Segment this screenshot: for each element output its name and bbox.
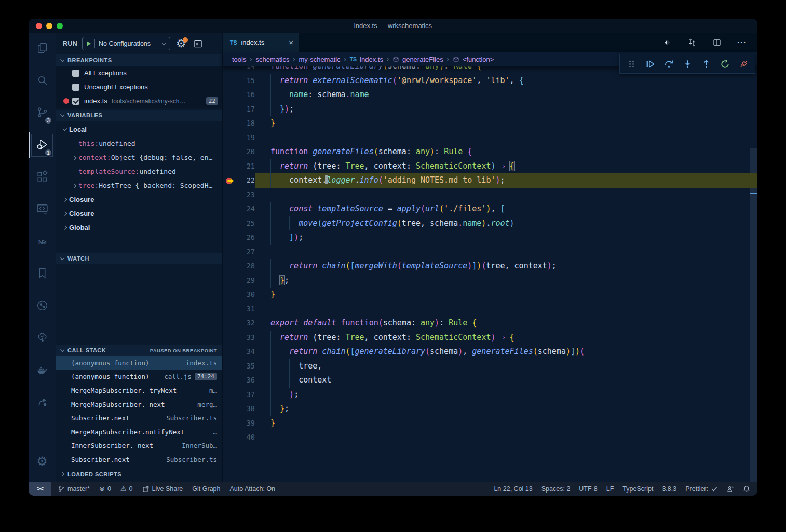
breakpoint-checkbox[interactable] bbox=[72, 70, 79, 77]
breakpoint-checkbox[interactable] bbox=[72, 98, 79, 105]
section-header-watch[interactable]: WATCH bbox=[56, 253, 222, 264]
breadcrumb-item[interactable]: generateFiles bbox=[392, 56, 443, 63]
code-line-19[interactable]: 19 bbox=[223, 131, 757, 145]
gutter[interactable]: 21 bbox=[223, 159, 270, 174]
variable-row[interactable]: Closure bbox=[56, 207, 222, 221]
gutter[interactable]: 15 bbox=[223, 74, 270, 88]
gutter[interactable]: 28 bbox=[223, 259, 270, 274]
gutter[interactable]: 40 bbox=[223, 430, 270, 445]
code-line-17[interactable]: 17}); bbox=[223, 102, 757, 117]
activity-bar-item-nx-console[interactable]: N≥ bbox=[29, 226, 56, 258]
notifications[interactable] bbox=[743, 485, 750, 493]
code-line-24[interactable]: 24const templateSource = apply(url('./fi… bbox=[223, 202, 757, 216]
start-debugging-icon[interactable] bbox=[87, 41, 91, 46]
split-editor-icon[interactable] bbox=[711, 36, 723, 49]
code-line-37[interactable]: 37); bbox=[223, 388, 757, 402]
breakpoint-row[interactable]: All Exceptions bbox=[56, 66, 222, 80]
code-line-30[interactable]: 30} bbox=[223, 288, 757, 302]
eol[interactable]: LF bbox=[606, 485, 614, 493]
breakpoint-row[interactable]: index.tstools/schematics/my-sch…22 bbox=[56, 94, 222, 108]
activity-bar-item-test-explorer[interactable] bbox=[29, 322, 56, 354]
error-count[interactable]: ⊗0 bbox=[99, 485, 111, 493]
live-share[interactable]: Live Share bbox=[142, 485, 183, 493]
variable-row[interactable]: context: Object {debug: false, en… bbox=[56, 151, 222, 165]
gutter[interactable]: 18 bbox=[223, 116, 270, 131]
code-line-29[interactable]: 29}; bbox=[223, 274, 757, 288]
code-line-39[interactable]: 39} bbox=[223, 416, 757, 431]
editor-scrollbar[interactable] bbox=[750, 66, 757, 482]
section-header-variables[interactable]: VARIABLES bbox=[56, 110, 222, 121]
open-changes-icon[interactable] bbox=[661, 36, 673, 49]
code-line-33[interactable]: 33return (tree: Tree, context: Schematic… bbox=[223, 331, 757, 345]
indentation[interactable]: Spaces: 2 bbox=[541, 485, 571, 493]
call-stack-frame[interactable]: MergeMapSubscriber._nextmerg… bbox=[56, 398, 222, 412]
gutter[interactable]: 30 bbox=[223, 288, 270, 302]
more-actions-icon[interactable]: ··· bbox=[736, 36, 748, 49]
git-branch-status[interactable]: master* bbox=[58, 485, 90, 493]
tab-index-ts[interactable]: TS index.ts × bbox=[223, 33, 299, 52]
gutter[interactable]: 16 bbox=[223, 88, 270, 102]
activity-bar-item-docker[interactable] bbox=[29, 354, 56, 387]
code-line-16[interactable]: 16name: schema.name bbox=[223, 88, 757, 102]
variable-row[interactable]: this: undefined bbox=[56, 137, 222, 151]
variable-row[interactable]: Closure bbox=[56, 193, 222, 207]
code-line-20[interactable]: 20function generateFiles(schema: any): R… bbox=[223, 145, 757, 159]
variable-row[interactable]: Local bbox=[56, 122, 222, 137]
activity-bar-item-source-control[interactable]: 3 bbox=[29, 97, 56, 129]
compare-changes-icon[interactable] bbox=[686, 36, 698, 49]
section-header-call-stack[interactable]: CALL STACK PAUSED ON BREAKPOINT bbox=[56, 345, 222, 356]
code-line-28[interactable]: 28return chain([mergeWith(templateSource… bbox=[223, 259, 757, 274]
gutter[interactable]: 33 bbox=[223, 331, 270, 345]
warning-count[interactable]: ⚠0 bbox=[120, 485, 133, 493]
activity-bar-item-bookmarks[interactable] bbox=[29, 258, 56, 290]
current-breakpoint-arrow-icon[interactable] bbox=[226, 176, 234, 185]
breadcrumb-item[interactable]: schematics bbox=[255, 56, 289, 63]
git-graph[interactable]: Git Graph bbox=[192, 485, 220, 493]
launch-configuration-dropdown[interactable]: No Configurations bbox=[82, 37, 170, 50]
code-line-38[interactable]: 38}; bbox=[223, 402, 757, 416]
code-line-26[interactable]: 26]); bbox=[223, 230, 757, 245]
gutter[interactable]: 31 bbox=[223, 302, 270, 317]
code-line-18[interactable]: 18} bbox=[223, 116, 757, 131]
minimize-window-button[interactable] bbox=[46, 23, 52, 29]
gutter[interactable]: 37 bbox=[223, 388, 270, 402]
gutter[interactable]: 36 bbox=[223, 373, 270, 388]
activity-bar-item-settings-gear[interactable]: ⚙ bbox=[29, 445, 56, 478]
gutter[interactable]: 38 bbox=[223, 402, 270, 416]
code-editor[interactable]: 14function generateLibrary(schema: any):… bbox=[223, 66, 757, 482]
variable-row[interactable]: templateSource: undefined bbox=[56, 165, 222, 179]
gutter[interactable]: 29 bbox=[223, 274, 270, 288]
activity-bar-item-remote-explorer[interactable] bbox=[29, 194, 56, 226]
activity-bar-item-search[interactable] bbox=[29, 65, 56, 97]
step-into-icon[interactable] bbox=[679, 56, 696, 72]
close-tab-icon[interactable]: × bbox=[289, 38, 293, 47]
code-line-36[interactable]: 36context bbox=[223, 373, 757, 388]
remote-indicator[interactable]: >< bbox=[29, 482, 51, 496]
breadcrumb-item[interactable]: <function> bbox=[453, 56, 494, 63]
code-line-32[interactable]: 32export default function(schema: any): … bbox=[223, 316, 757, 331]
restart-icon[interactable] bbox=[716, 56, 733, 72]
code-line-27[interactable]: 27 bbox=[223, 245, 757, 260]
section-header-breakpoints[interactable]: BREAKPOINTS bbox=[56, 54, 222, 66]
breadcrumb-item[interactable]: tools bbox=[232, 56, 246, 63]
breakpoint-checkbox[interactable] bbox=[72, 84, 79, 91]
call-stack-frame[interactable]: (anonymous function)index.ts bbox=[56, 356, 222, 370]
variable-row[interactable]: tree: HostTree {_backend: ScopedH… bbox=[56, 179, 222, 193]
call-stack-frame[interactable]: MergeMapSubscriber._tryNextm… bbox=[56, 384, 222, 398]
call-stack-frame[interactable]: Subscriber.nextSubscriber.ts bbox=[56, 453, 222, 467]
code-line-31[interactable]: 31 bbox=[223, 302, 757, 317]
code-line-15[interactable]: 15return externalSchematic('@nrwl/worksp… bbox=[223, 74, 757, 88]
breadcrumb-item[interactable]: my-schematic bbox=[299, 56, 341, 63]
gutter[interactable]: 27 bbox=[223, 245, 270, 260]
activity-bar-item-files[interactable] bbox=[29, 33, 56, 65]
code-line-34[interactable]: 34return chain([generateLibrary(schema),… bbox=[223, 345, 757, 359]
code-line-40[interactable]: 40 bbox=[223, 430, 757, 445]
gutter[interactable]: 32 bbox=[223, 316, 270, 331]
step-out-icon[interactable] bbox=[698, 56, 714, 72]
breakpoint-row[interactable]: Uncaught Exceptions bbox=[56, 80, 222, 94]
gutter[interactable]: 26 bbox=[223, 230, 270, 245]
gutter[interactable]: 17 bbox=[223, 102, 270, 117]
encoding[interactable]: UTF-8 bbox=[579, 485, 597, 493]
step-over-icon[interactable] bbox=[660, 56, 677, 72]
drag-grip-icon[interactable] bbox=[623, 56, 640, 72]
